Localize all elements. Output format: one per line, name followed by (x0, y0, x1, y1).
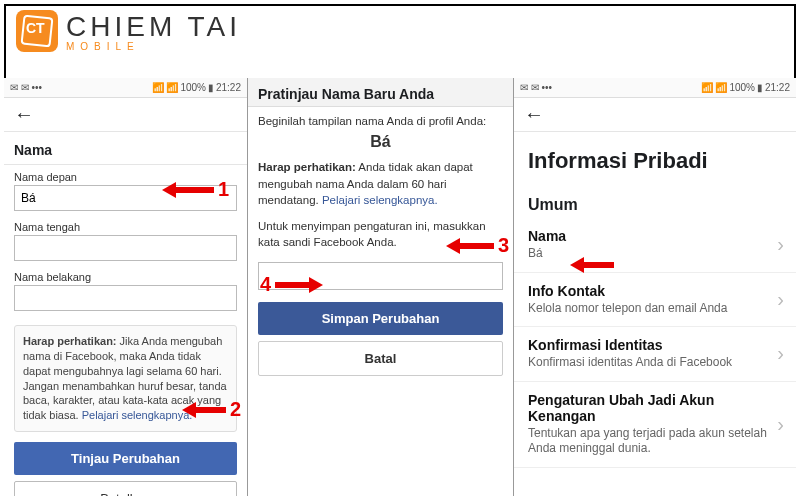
back-button-row[interactable]: ← (4, 98, 247, 132)
preview-title: Pratinjau Nama Baru Anda (248, 78, 513, 107)
list-item-title: Info Kontak (528, 283, 775, 299)
status-bar: ✉ ✉ ••• 📶 📶 100% ▮ 21:22 (4, 78, 247, 98)
preview-display-name: Bá (258, 131, 503, 153)
last-name-input[interactable] (14, 285, 237, 311)
back-arrow-icon-3: ← (524, 103, 544, 126)
chevron-right-icon: › (775, 413, 786, 436)
battery-icon: ▮ (208, 82, 214, 93)
list-item-info-kontak[interactable]: Info Kontak Kelola nomor telepon dan ema… (514, 273, 796, 328)
first-name-label: Nama depan (4, 165, 247, 185)
section-nama-heading: Nama (4, 132, 247, 165)
chevron-right-icon: › (775, 342, 786, 365)
list-item-akun-kenangan[interactable]: Pengaturan Ubah Jadi Akun Kenangan Tentu… (514, 382, 796, 468)
page-title: Informasi Pribadi (514, 132, 796, 186)
learn-more-link[interactable]: Pelajari selengkapnya. (82, 409, 193, 421)
status-left-icons-3: ✉ ✉ ••• (520, 82, 552, 93)
back-arrow-icon: ← (14, 103, 34, 126)
chevron-right-icon: › (775, 288, 786, 311)
battery-icon-3: ▮ (757, 82, 763, 93)
list-item-konfirmasi-identitas[interactable]: Konfirmasi Identitas Konfirmasi identita… (514, 327, 796, 382)
signal-icon-3: 📶 📶 (701, 82, 728, 93)
screenshot-panel-2: Pratinjau Nama Baru Anda Beginilah tampi… (248, 78, 514, 496)
middle-name-label: Nama tengah (4, 215, 247, 235)
list-item-nama[interactable]: Nama Bá › (514, 218, 796, 273)
chevron-right-icon: › (775, 233, 786, 256)
name-change-notice: Harap perhatikan: Jika Anda mengubah nam… (14, 325, 237, 432)
logo-text: CHIEM TAI (66, 11, 241, 43)
first-name-input[interactable] (14, 185, 237, 211)
screenshot-panel-1: ✉ ✉ ••• 📶 📶 100% ▮ 21:22 ← Nama Nama dep… (4, 78, 248, 496)
list-item-sub: Konfirmasi identitas Anda di Facebook (528, 355, 775, 371)
review-changes-button[interactable]: Tinjau Perubahan (14, 442, 237, 475)
cancel-button-2[interactable]: Batal (258, 341, 503, 376)
middle-name-input[interactable] (14, 235, 237, 261)
clock-time-3: 21:22 (765, 82, 790, 93)
clock-time: 21:22 (216, 82, 241, 93)
cancel-button[interactable]: Batalkan (14, 481, 237, 496)
group-umum-heading: Umum (514, 186, 796, 218)
battery-percent: 100% (180, 82, 206, 93)
list-item-sub: Bá (528, 246, 775, 262)
back-button-row-3[interactable]: ← (514, 98, 796, 132)
status-left-icons: ✉ ✉ ••• (10, 82, 42, 93)
password-input[interactable] (258, 262, 503, 290)
brand-logo: CT CHIEM TAI MOBILE (16, 10, 241, 52)
preview-warning: Harap perhatikan: Anda tidak akan dapat … (258, 159, 503, 207)
status-bar-3: ✉ ✉ ••• 📶 📶 100% ▮ 21:22 (514, 78, 796, 98)
list-item-title: Nama (528, 228, 775, 244)
preview-intro: Beginilah tampilan nama Anda di profil A… (258, 113, 503, 129)
list-item-sub: Kelola nomor telepon dan email Anda (528, 301, 775, 317)
save-changes-button[interactable]: Simpan Perubahan (258, 302, 503, 335)
list-item-sub: Tentukan apa yang terjadi pada akun sete… (528, 426, 775, 457)
logo-badge-icon: CT (16, 10, 58, 52)
learn-more-link-2[interactable]: Pelajari selengkapnya. (322, 194, 438, 206)
list-item-title: Pengaturan Ubah Jadi Akun Kenangan (528, 392, 775, 424)
password-prompt-text: Untuk menyimpan pengaturan ini, masukkan… (258, 218, 503, 250)
battery-percent-3: 100% (729, 82, 755, 93)
last-name-label: Nama belakang (4, 265, 247, 285)
list-item-title: Konfirmasi Identitas (528, 337, 775, 353)
signal-icon: 📶 📶 (152, 82, 179, 93)
screenshot-panel-3: ✉ ✉ ••• 📶 📶 100% ▮ 21:22 ← Informasi Pri… (514, 78, 796, 496)
